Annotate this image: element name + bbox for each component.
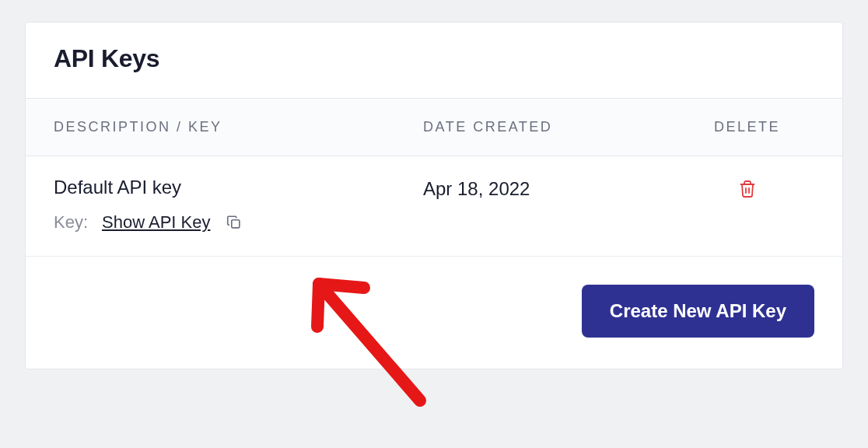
copy-button[interactable]: [224, 212, 244, 233]
header-delete: DELETE: [680, 119, 814, 135]
row-delete-cell: [680, 177, 814, 201]
api-keys-card: API Keys DESCRIPTION / KEY DATE CREATED …: [25, 22, 843, 369]
row-description-cell: Default API key Key: Show API Key: [54, 177, 423, 233]
trash-icon: [738, 180, 757, 198]
api-key-name: Default API key: [54, 177, 423, 198]
card-footer: Create New API Key: [26, 257, 842, 369]
key-label: Key:: [54, 212, 88, 233]
api-key-row: Default API key Key: Show API Key Apr 18…: [26, 156, 842, 257]
row-date-cell: Apr 18, 2022: [423, 177, 680, 200]
copy-icon: [226, 214, 243, 231]
card-title: API Keys: [54, 44, 814, 73]
create-new-api-key-button[interactable]: Create New API Key: [582, 285, 814, 338]
svg-rect-0: [232, 220, 240, 228]
card-header: API Keys: [26, 23, 842, 99]
key-line: Key: Show API Key: [54, 212, 423, 233]
header-description: DESCRIPTION / KEY: [54, 119, 423, 135]
show-api-key-link[interactable]: Show API Key: [102, 212, 210, 233]
header-date: DATE CREATED: [423, 119, 680, 135]
delete-button[interactable]: [737, 178, 758, 200]
table-header-row: DESCRIPTION / KEY DATE CREATED DELETE: [26, 99, 842, 156]
